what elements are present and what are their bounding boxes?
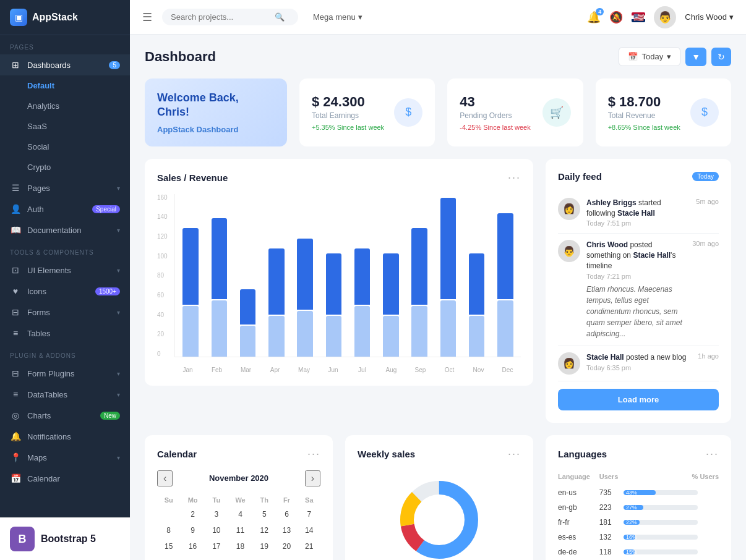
sidebar-item-label: Maps xyxy=(27,453,47,462)
stat-label: Pending Orders xyxy=(460,111,530,120)
language-flag[interactable]: 🇺🇸 xyxy=(632,12,645,22)
cal-day[interactable]: 5 xyxy=(253,506,275,522)
languages-more-btn[interactable]: ··· xyxy=(706,448,719,460)
cal-day[interactable]: 8 xyxy=(157,522,180,538)
cal-day[interactable] xyxy=(157,506,180,522)
lang-pct-bar: 15% xyxy=(624,545,719,559)
cal-day[interactable]: 20 xyxy=(275,538,298,554)
chart-bar-light xyxy=(497,300,513,356)
sidebar-item-calendar[interactable]: 📅 Calendar xyxy=(0,468,130,489)
cal-day[interactable]: 14 xyxy=(298,522,320,538)
bootstrap-text: Bootstrap 5 xyxy=(41,533,96,545)
username-display[interactable]: Chris Wood ▾ xyxy=(685,12,734,22)
calendar-next-btn[interactable]: › xyxy=(305,470,320,486)
stats-row: Welcome Back,Chris! AppStack Dashboard $… xyxy=(145,78,731,146)
weekly-more-btn[interactable]: ··· xyxy=(508,448,521,460)
sidebar-item-pages[interactable]: ☰ Pages ▾ xyxy=(0,177,130,198)
chart-x-label: May xyxy=(291,365,317,373)
sidebar-item-notifications[interactable]: 🔔 Notifications xyxy=(0,426,130,447)
sidebar-item-ui-elements[interactable]: ⊡ UI Elements ▾ xyxy=(0,260,130,281)
feed-time-ago: 1h ago xyxy=(698,352,719,375)
cal-day[interactable]: 2 xyxy=(180,506,205,522)
sidebar: ▣ AppStack Pages ⊞ Dashboards 5 Default … xyxy=(0,0,130,560)
chart-bar-group xyxy=(206,194,232,357)
cal-day[interactable]: 15 xyxy=(157,538,180,554)
chart-more-btn[interactable]: ··· xyxy=(508,171,521,184)
cal-day[interactable]: 19 xyxy=(253,538,275,554)
sidebar-item-default[interactable]: Default xyxy=(17,75,130,96)
cal-day[interactable]: 10 xyxy=(205,522,228,538)
languages-card: Languages ··· Language Users % Users en-… xyxy=(546,435,731,560)
sidebar-item-forms[interactable]: ⊟ Forms ▾ xyxy=(0,302,130,323)
chart-x-label: Nov xyxy=(465,365,492,373)
cal-day today[interactable]: 13 xyxy=(275,522,298,538)
cal-day[interactable]: 7 xyxy=(298,506,320,522)
cal-day[interactable]: 16 xyxy=(180,538,205,554)
cal-day[interactable]: 18 xyxy=(228,538,253,554)
chart-x-label: Jan xyxy=(174,365,201,373)
search-input[interactable] xyxy=(171,12,270,22)
sidebar-logo[interactable]: ▣ AppStack xyxy=(0,0,130,35)
welcome-card: Welcome Back,Chris! AppStack Dashboard xyxy=(145,78,287,146)
chart-bar-group xyxy=(492,194,518,357)
cal-day[interactable]: 12 xyxy=(253,522,275,538)
chart-x-label: Apr xyxy=(262,365,288,373)
lang-pct-bar: 16% xyxy=(624,530,719,545)
sidebar-item-maps[interactable]: 📍 Maps ▾ xyxy=(0,447,130,468)
languages-table: Language Users % Users en-us 735 43% xyxy=(558,470,719,559)
feed-time-ago: 30m ago xyxy=(692,240,719,339)
sidebar-item-crypto[interactable]: Crypto xyxy=(17,157,130,177)
sidebar-item-form-plugins[interactable]: ⊟ Form Plugins ▾ xyxy=(0,363,130,384)
feed-time-ago: 5m ago xyxy=(696,198,719,227)
search-box[interactable]: 🔍 xyxy=(162,9,298,25)
sidebar-item-tables[interactable]: ≡ Tables xyxy=(0,323,130,344)
load-more-button[interactable]: Load more xyxy=(558,389,719,410)
sidebar-item-icons[interactable]: ♥ Icons 1500+ xyxy=(0,281,130,302)
chart-bar-group xyxy=(292,194,318,357)
cal-day[interactable]: 11 xyxy=(228,522,253,538)
avatar[interactable]: 👨 xyxy=(654,6,676,28)
filter-button[interactable]: ▼ xyxy=(685,48,706,66)
bootstrap-banner[interactable]: B Bootstrap 5 xyxy=(0,517,130,560)
sidebar-item-analytics[interactable]: Analytics xyxy=(17,96,130,116)
refresh-button[interactable]: ↻ xyxy=(711,48,731,66)
sidebar-item-label: UI Elements xyxy=(27,266,71,275)
sidebar-item-saas[interactable]: SaaS xyxy=(17,116,130,137)
welcome-title: Welcome Back,Chris! xyxy=(157,91,275,120)
x-axis: JanFebMarAprMayJunJulAugSepOctNovDec xyxy=(174,365,521,373)
stat-value: $ 18.700 xyxy=(608,94,680,110)
sidebar-item-label: Form Plugins xyxy=(27,369,75,378)
chart-bar-group xyxy=(264,194,289,357)
lang-pct-bar: 27% xyxy=(624,500,719,515)
calendar-more-btn[interactable]: ··· xyxy=(307,448,320,460)
feed-excerpt: Etiam rhoncus. Maecenas tempus, tellus e… xyxy=(586,284,686,339)
feed-text: Chris Wood posted something on Stacie Ha… xyxy=(586,240,686,271)
alert-btn[interactable]: 🔕 xyxy=(609,11,623,24)
today-button[interactable]: 📅 Today ▾ xyxy=(619,47,680,66)
sidebar-item-dashboards[interactable]: ⊞ Dashboards 5 xyxy=(0,54,130,75)
sidebar-item-documentation[interactable]: 📖 Documentation ▾ xyxy=(0,219,130,240)
notifications-btn[interactable]: 🔔 4 xyxy=(587,11,601,24)
feed-avatar: 👩 xyxy=(558,198,580,220)
dashboard-header: Dashboard 📅 Today ▾ ▼ ↻ xyxy=(145,47,731,66)
sidebar-item-auth[interactable]: 👤 Auth Special xyxy=(0,198,130,219)
app-name: AppStack xyxy=(32,12,78,23)
chart-bar-dark xyxy=(326,253,341,315)
chart-bar-dark xyxy=(497,213,513,300)
cal-day[interactable]: 17 xyxy=(205,538,228,554)
sidebar-section-plugins: Plugin & Addons ⊟ Form Plugins ▾ ≡ DataT… xyxy=(0,344,130,489)
cal-day[interactable]: 4 xyxy=(228,506,253,522)
chart-x-label: Dec xyxy=(494,365,521,373)
bootstrap-icon: B xyxy=(10,527,35,551)
sidebar-item-charts[interactable]: ◎ Charts New xyxy=(0,405,130,426)
cal-day[interactable]: 21 xyxy=(298,538,320,554)
sidebar-item-social[interactable]: Social xyxy=(17,137,130,157)
mega-menu-btn[interactable]: Mega menu ▾ xyxy=(308,10,367,24)
cal-day[interactable]: 9 xyxy=(180,522,205,538)
stat-info-earnings: $ 24.300 Total Earnings +5.35% Since las… xyxy=(312,94,384,131)
menu-toggle-icon[interactable]: ☰ xyxy=(142,11,152,24)
cal-day[interactable]: 6 xyxy=(275,506,298,522)
sidebar-item-datatables[interactable]: ≡ DataTables ▾ xyxy=(0,384,130,405)
calendar-prev-btn[interactable]: ‹ xyxy=(157,470,173,486)
cal-day[interactable]: 3 xyxy=(205,506,228,522)
